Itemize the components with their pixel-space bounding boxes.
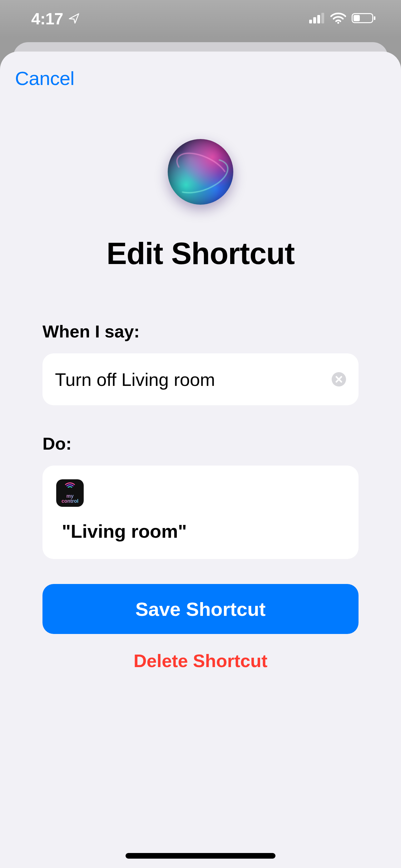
location-arrow-icon xyxy=(68,12,80,26)
svg-rect-3 xyxy=(321,13,324,24)
svg-rect-2 xyxy=(317,15,320,24)
svg-rect-7 xyxy=(374,16,375,20)
clear-text-button[interactable] xyxy=(332,372,346,386)
wifi-icon xyxy=(330,12,346,25)
save-shortcut-button[interactable]: Save Shortcut xyxy=(42,584,359,634)
battery-icon xyxy=(352,12,376,25)
phrase-field[interactable]: Turn off Living room xyxy=(42,353,359,405)
siri-icon xyxy=(168,139,233,205)
action-description: "Living room" xyxy=(62,521,345,542)
status-time: 4:17 xyxy=(31,9,63,28)
cancel-button[interactable]: Cancel xyxy=(15,67,74,89)
phrase-section-label: When I say: xyxy=(42,321,359,342)
phrase-input[interactable]: Turn off Living room xyxy=(55,369,332,390)
action-card[interactable]: mycontrol "Living room" xyxy=(42,466,359,559)
action-section-label: Do: xyxy=(42,433,359,454)
action-app-icon: mycontrol xyxy=(56,479,84,507)
edit-shortcut-sheet: Cancel Edit Shortcut When I say: Turn of… xyxy=(0,52,401,868)
svg-rect-1 xyxy=(313,17,316,24)
page-title: Edit Shortcut xyxy=(106,236,295,271)
delete-shortcut-button[interactable]: Delete Shortcut xyxy=(134,650,268,671)
home-indicator[interactable] xyxy=(126,853,275,859)
cellular-icon xyxy=(309,13,325,25)
modal-nav: Cancel xyxy=(15,64,386,92)
svg-point-4 xyxy=(337,22,339,24)
svg-rect-0 xyxy=(309,20,312,24)
status-bar: 4:17 xyxy=(0,0,401,37)
svg-rect-6 xyxy=(354,15,360,21)
